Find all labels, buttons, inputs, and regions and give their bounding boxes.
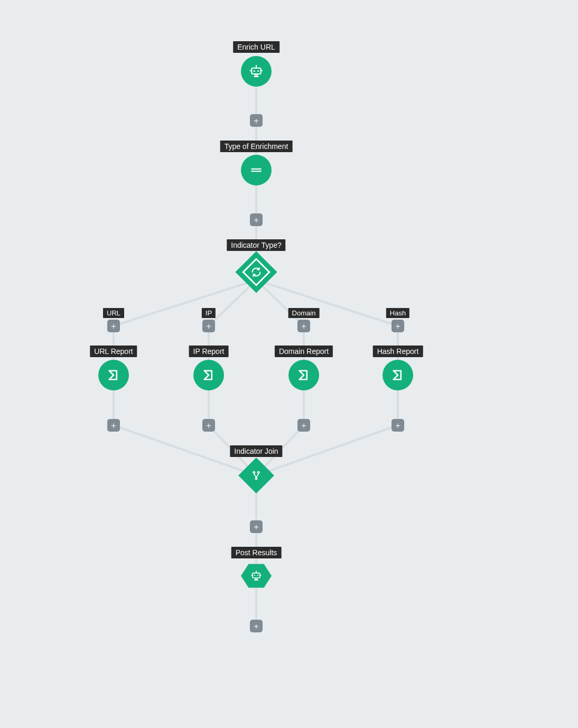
- svg-line-4: [256, 280, 304, 326]
- sigma-icon: [296, 368, 311, 382]
- svg-rect-34: [253, 573, 260, 578]
- add-step-button[interactable]: +: [250, 213, 263, 226]
- svg-point-36: [257, 575, 258, 576]
- add-step-button[interactable]: +: [250, 114, 263, 127]
- node-label-ip-report: IP Report: [189, 346, 229, 357]
- node-label-url-report: URL Report: [90, 346, 137, 357]
- node-enrich-url[interactable]: [241, 56, 272, 87]
- node-url-report[interactable]: [98, 360, 129, 390]
- add-step-button-trailing[interactable]: +: [250, 620, 263, 632]
- add-step-button-after-domain-report[interactable]: +: [297, 419, 310, 432]
- add-step-button-branch-url[interactable]: +: [107, 320, 120, 332]
- svg-point-21: [254, 70, 255, 72]
- node-type-of-enrichment[interactable]: [241, 155, 272, 185]
- menu-icon: [249, 163, 263, 177]
- node-hash-report[interactable]: [383, 360, 413, 390]
- svg-point-35: [254, 575, 255, 576]
- node-label-post-results: Post Results: [231, 547, 282, 558]
- svg-point-38: [256, 571, 257, 572]
- svg-line-2: [114, 280, 256, 326]
- add-step-button-after-url-report[interactable]: +: [107, 419, 120, 432]
- node-label-indicator-type: Indicator Type?: [227, 239, 285, 251]
- svg-point-24: [256, 65, 257, 66]
- svg-line-3: [209, 280, 256, 326]
- node-domain-report[interactable]: [288, 360, 319, 390]
- svg-point-22: [257, 70, 259, 72]
- add-step-button-after-hash-report[interactable]: +: [391, 419, 404, 432]
- svg-rect-20: [251, 68, 261, 74]
- sigma-icon: [106, 368, 121, 382]
- add-step-button-branch-ip[interactable]: +: [202, 320, 215, 332]
- edge-layer: [0, 0, 578, 728]
- robot-icon: [249, 569, 263, 583]
- node-ip-report[interactable]: [193, 360, 224, 390]
- add-step-button-after-ip-report[interactable]: +: [202, 419, 215, 432]
- workflow-canvas[interactable]: Enrich URL + Type of Enrichment: [0, 0, 578, 728]
- branch-label-domain: Domain: [288, 308, 320, 318]
- svg-line-5: [256, 280, 398, 326]
- node-label-type-of-enrichment: Type of Enrichment: [220, 141, 293, 152]
- branch-label-url: URL: [103, 308, 124, 318]
- robot-icon: [248, 63, 264, 79]
- add-step-button-after-join[interactable]: +: [250, 520, 263, 533]
- refresh-icon: [250, 266, 262, 278]
- sigma-icon: [390, 368, 405, 382]
- merge-icon: [251, 470, 262, 481]
- node-label-domain-report: Domain Report: [275, 346, 333, 357]
- node-label-hash-report: Hash Report: [373, 346, 423, 357]
- sigma-icon: [201, 368, 216, 382]
- node-label-indicator-join: Indicator Join: [230, 445, 282, 457]
- node-indicator-type[interactable]: [235, 251, 277, 293]
- branch-label-hash: Hash: [386, 308, 409, 318]
- node-label-enrich-url: Enrich URL: [233, 41, 279, 53]
- node-post-results[interactable]: [241, 563, 272, 589]
- branch-label-ip: IP: [202, 308, 216, 318]
- node-indicator-join[interactable]: [238, 458, 274, 493]
- add-step-button-branch-hash[interactable]: +: [391, 320, 404, 332]
- add-step-button-branch-domain[interactable]: +: [297, 320, 310, 332]
